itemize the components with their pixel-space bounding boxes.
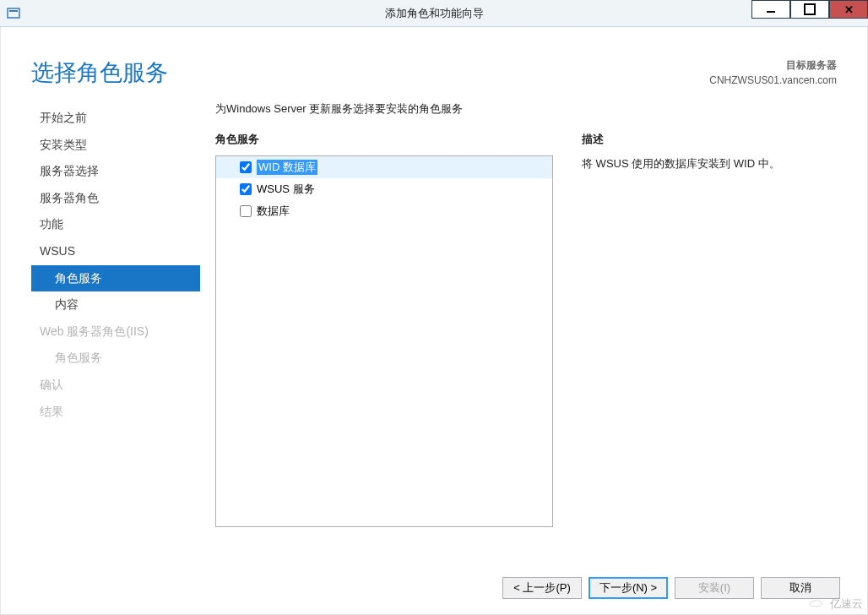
sidebar-item[interactable]: 服务器选择: [31, 158, 200, 185]
minimize-button[interactable]: [751, 0, 790, 19]
svg-rect-0: [8, 8, 19, 18]
role-checkbox[interactable]: [240, 161, 252, 173]
sidebar-item: Web 服务器角色(IIS): [31, 318, 200, 346]
window-controls: [751, 0, 868, 19]
roles-section-label: 角色服务: [215, 132, 553, 147]
maximize-button[interactable]: [790, 0, 829, 19]
watermark: 亿速云: [808, 596, 863, 612]
next-button[interactable]: 下一步(N) >: [589, 577, 668, 599]
sidebar-item[interactable]: 角色服务: [31, 265, 200, 292]
watermark-text: 亿速云: [830, 596, 863, 612]
description-text: 将 WSUS 使用的数据库安装到 WID 中。: [582, 155, 840, 173]
window-title: 添加角色和功能向导: [385, 6, 484, 21]
role-label: 数据库: [257, 204, 290, 219]
instruction-text: 为Windows Server 更新服务选择要安装的角色服务: [215, 101, 840, 117]
app-icon: [7, 7, 20, 20]
sidebar-item: 角色服务: [31, 345, 200, 372]
role-item[interactable]: WSUS 服务: [216, 178, 552, 200]
description-column: 描述 将 WSUS 使用的数据库安装到 WID 中。: [582, 132, 840, 563]
role-label: WID 数据库: [257, 160, 317, 175]
wizard-body: 选择角色服务 目标服务器 CNHZWSUS01.vancen.com 开始之前安…: [0, 27, 868, 615]
pane-row: 角色服务 WID 数据库WSUS 服务数据库 描述 将 WSUS 使用的数据库安…: [215, 132, 840, 563]
button-bar: < 上一步(P) 下一步(N) > 安装(I) 取消: [13, 563, 855, 614]
sidebar-item[interactable]: 内容: [31, 291, 200, 318]
role-item[interactable]: 数据库: [216, 200, 552, 222]
header-row: 选择角色服务 目标服务器 CNHZWSUS01.vancen.com: [13, 35, 855, 93]
close-button[interactable]: [829, 0, 868, 19]
sidebar-item[interactable]: WSUS: [31, 238, 200, 265]
roles-listbox[interactable]: WID 数据库WSUS 服务数据库: [215, 155, 553, 527]
target-server-value: CNHZWSUS01.vancen.com: [709, 73, 837, 88]
roles-column: 角色服务 WID 数据库WSUS 服务数据库: [215, 132, 553, 563]
wizard-sidebar: 开始之前安装类型服务器选择服务器角色功能WSUS角色服务内容Web 服务器角色(…: [31, 100, 200, 563]
target-server-block: 目标服务器 CNHZWSUS01.vancen.com: [709, 57, 837, 88]
sidebar-item[interactable]: 开始之前: [31, 105, 200, 132]
title-bar: 添加角色和功能向导: [0, 0, 868, 27]
svg-rect-1: [9, 10, 18, 12]
install-button[interactable]: 安装(I): [675, 577, 754, 599]
sidebar-item[interactable]: 服务器角色: [31, 185, 200, 212]
main-pane: 为Windows Server 更新服务选择要安装的角色服务 角色服务 WID …: [215, 100, 840, 563]
target-server-label: 目标服务器: [709, 57, 837, 73]
page-title: 选择角色服务: [31, 57, 168, 88]
role-checkbox[interactable]: [240, 205, 252, 217]
sidebar-item: 结果: [31, 399, 200, 426]
description-label: 描述: [582, 132, 840, 147]
role-item[interactable]: WID 数据库: [216, 156, 552, 178]
wizard-content: 开始之前安装类型服务器选择服务器角色功能WSUS角色服务内容Web 服务器角色(…: [13, 93, 855, 563]
role-checkbox[interactable]: [240, 183, 252, 195]
previous-button[interactable]: < 上一步(P): [502, 577, 582, 599]
sidebar-item: 确认: [31, 372, 200, 399]
role-label: WSUS 服务: [257, 182, 315, 197]
sidebar-item[interactable]: 安装类型: [31, 132, 200, 159]
sidebar-item[interactable]: 功能: [31, 211, 200, 238]
cloud-icon: [808, 598, 827, 610]
